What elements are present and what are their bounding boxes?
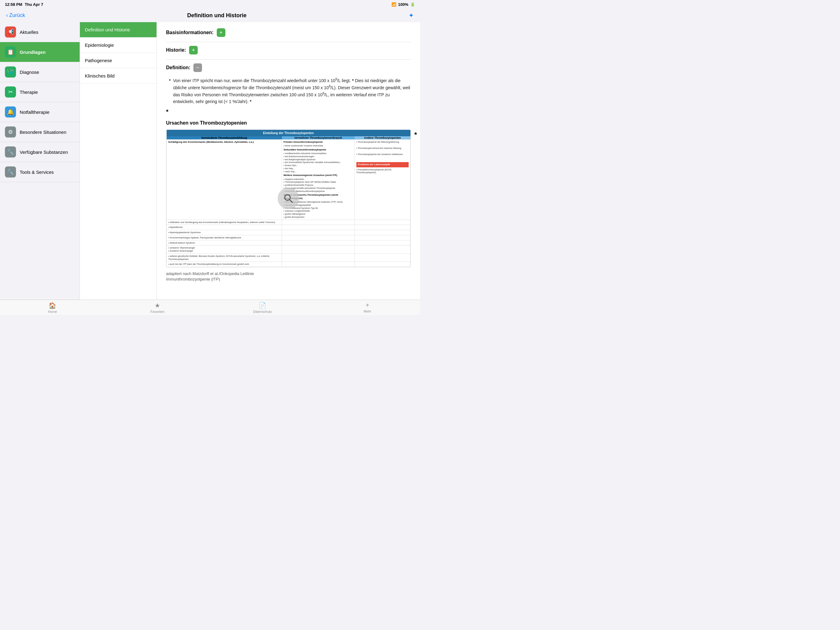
basis-section-title: Basisinformationen: <box>166 30 214 35</box>
search-icon <box>283 193 294 204</box>
basis-expand-button[interactable]: + <box>217 28 225 37</box>
mehr-icon: + <box>366 302 369 309</box>
probleme-header: Probleme der Laboranalytik <box>356 162 409 167</box>
sidebar-item-verfuegbare[interactable]: 🔧 Verfügbare Substanzen <box>0 142 80 162</box>
caption-line2: Immunthrombozyotpenie (ITP) <box>166 277 220 282</box>
cell-col3-row5 <box>355 235 410 240</box>
divider-2 <box>166 59 411 60</box>
cell-col3-row3 <box>355 225 410 230</box>
sub-sidebar: Definition und Historie Epidemiologie Pa… <box>80 22 157 300</box>
page-title: Definition und Historie <box>187 12 246 19</box>
bottom-asterisk: * <box>166 108 411 116</box>
sidebar-item-grundlagen[interactable]: 📋 Grundlagen <box>0 42 80 62</box>
table-main-header: Einteilung der Thrombozytopenien <box>167 130 411 136</box>
sidebar-label-notfall: Notfalltherapie <box>20 109 49 115</box>
table-caption: adaptiert nach Matzdorff et al./Onkopedi… <box>166 271 411 282</box>
cell-col2-row5 <box>282 235 355 240</box>
table-asterisk: * <box>414 131 417 139</box>
grundlagen-icon: 📋 <box>5 46 16 57</box>
sidebar-item-aktuelles[interactable]: 📢 Aktuelles <box>0 22 80 42</box>
sidebar-label-therapie: Therapie <box>20 90 38 95</box>
table-row-4: • Myelodysplastische Syndrome <box>167 230 411 235</box>
cell-col1-row6: • Wiskott-Aldrich-Syndrom <box>167 240 282 245</box>
status-bar-right: 📶 100% 🔋 <box>392 2 415 7</box>
cell-col1-row4: • Myelodysplastische Syndrome <box>167 230 282 235</box>
datenschutz-icon: 📄 <box>259 302 266 309</box>
table-row-3: • Myelofibrose <box>167 225 411 230</box>
ursachen-title: Ursachen von Thrombozytopenien <box>166 120 411 126</box>
content-area: Basisinformationen: + Historie: + Defini… <box>157 22 420 300</box>
main-layout: 📢 Aktuelles 📋 Grundlagen 🩺 Diagnose ✂ Th… <box>0 22 420 300</box>
definition-bullet: • Von einer ITP spricht man nur, wenn di… <box>166 77 411 105</box>
tab-home[interactable]: 🏠 Home <box>0 300 105 315</box>
tab-datenschutz[interactable]: 📄 Datenschutz <box>210 300 315 315</box>
cell-col1-row7: • schwerer Vitaminmangel• schwerer Eisen… <box>167 245 282 254</box>
table-row-2: • Infiltration und Verdrängung des Knoch… <box>167 220 411 225</box>
col-vermindert-header: Verminderte Thrombozytenbildung <box>167 136 282 140</box>
definition-expand-button[interactable]: − <box>193 63 202 72</box>
col-andere-header: Andere Thrombozytopenien <box>355 136 410 140</box>
tools-icon: 🔧 <box>5 166 16 177</box>
basis-section-header: Basisinformationen: + <box>166 28 411 37</box>
tab-datenschutz-label: Datenschutz <box>253 310 272 313</box>
wifi-icon: 📶 <box>392 2 396 7</box>
search-overlay <box>278 188 299 209</box>
sidebar-label-grundlagen: Grundlagen <box>20 49 46 55</box>
top-nav: ‹ Zurück Definition und Historie ✦ <box>0 9 420 22</box>
definition-text: Von einer ITP spricht man nur, wenn die … <box>173 77 411 105</box>
table-row-8: • seltene genetische Defekte: Bernard-So… <box>167 253 411 262</box>
bookmark-icon: ✦ <box>409 12 414 19</box>
sidebar-item-notfall[interactable]: 🔔 Notfalltherapie <box>0 102 80 122</box>
tab-home-label: Home <box>48 310 57 313</box>
cell-col2-row2 <box>282 220 355 225</box>
battery-display: 100% <box>398 2 408 7</box>
sidebar-item-therapie[interactable]: ✂ Therapie <box>0 82 80 102</box>
cell-col2-row4 <box>282 230 355 235</box>
sub-sidebar-item-definition[interactable]: Definition und Historie <box>80 22 156 38</box>
sub-sidebar-item-epidemiologie[interactable]: Epidemiologie <box>80 38 156 53</box>
historie-expand-button[interactable]: + <box>189 46 198 54</box>
verfuegbare-icon: 🔧 <box>5 146 16 157</box>
besondere-icon: ⚙ <box>5 127 16 138</box>
cell-col1-row8: • seltene genetische Defekte: Bernard-So… <box>167 253 282 262</box>
divider-1 <box>166 42 411 42</box>
svg-line-1 <box>290 199 292 203</box>
cell-col1-row5: • Knochenmarkshypo-/aplasie, Paroxysmale… <box>167 235 282 240</box>
definition-section-header: Definition: − <box>166 63 411 72</box>
sidebar-label-diagnose: Diagnose <box>20 70 39 75</box>
caption-line1: adaptiert nach Matzdorff et al./Onkopedi… <box>166 271 254 276</box>
cell-col2-row9 <box>282 262 355 267</box>
cell-col3-row2 <box>355 220 410 225</box>
tab-mehr[interactable]: + Mehr <box>315 300 420 315</box>
sidebar-item-diagnose[interactable]: 🩺 Diagnose <box>0 62 80 82</box>
cell-col3-row8 <box>355 253 410 262</box>
sidebar-label-besondere: Besondere Situationen <box>20 130 66 135</box>
historie-section-header: Historie: + <box>166 46 411 54</box>
sidebar-label-aktuelles: Aktuelles <box>20 30 38 35</box>
favoriten-icon: ★ <box>155 302 160 309</box>
sub-sidebar-item-klinisches[interactable]: Klinisches Bild <box>80 68 156 84</box>
sidebar-label-verfuegbare: Verfügbare Substanzen <box>20 149 68 155</box>
aktuelles-icon: 📢 <box>5 27 16 38</box>
bookmark-button[interactable]: ✦ <box>409 12 414 19</box>
back-button[interactable]: ‹ Zurück <box>6 12 25 19</box>
back-chevron-icon: ‹ <box>6 12 8 19</box>
table-row-7: • schwerer Vitaminmangel• schwerer Eisen… <box>167 245 411 254</box>
cell-col3-row7 <box>355 245 410 254</box>
tab-favoriten[interactable]: ★ Favoriten <box>105 300 210 315</box>
status-bar: 12:58 PM Thu Apr 7 📶 100% 🔋 <box>0 0 420 9</box>
status-bar-left: 12:58 PM Thu Apr 7 <box>5 2 43 7</box>
cell-col1-row9: • auch bei der ITP kann die Thrombozyten… <box>167 262 282 267</box>
notfall-icon: 🔔 <box>5 106 16 117</box>
cell-col3-row1: • Thrombozytopenie bei Milzvergrößerung … <box>355 139 410 220</box>
tab-favoriten-label: Favoriten <box>150 310 164 313</box>
cell-col1-row2: • Infiltration und Verdrängung des Knoch… <box>167 220 282 225</box>
table-row-9: • auch bei der ITP kann die Thrombozyten… <box>167 262 411 267</box>
cell-col2-row8 <box>282 253 355 262</box>
sidebar-item-tools[interactable]: 🔧 Tools & Services <box>0 162 80 182</box>
sub-sidebar-item-pathogenese[interactable]: Pathogenese <box>80 53 156 68</box>
historie-section-title: Historie: <box>166 47 186 53</box>
cell-col1-row1: Schädigung des Knochenmarks (Medikamente… <box>167 139 282 220</box>
table-col-row: Verminderte Thrombozytenbildung Vermehrt… <box>167 136 411 140</box>
sidebar-item-besondere[interactable]: ⚙ Besondere Situationen <box>0 122 80 142</box>
